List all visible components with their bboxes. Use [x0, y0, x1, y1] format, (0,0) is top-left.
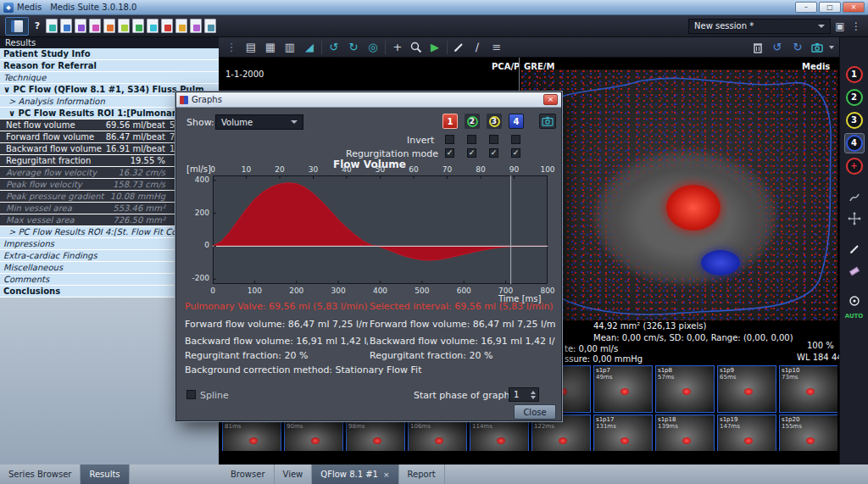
pan-icon[interactable]: +: [390, 42, 405, 53]
flow-volume-chart[interactable]: Flow Volume [ml/s] Time [ms] 01020304050…: [183, 159, 556, 301]
report-document-icon[interactable]: [147, 19, 159, 33]
graph-roi-1-button[interactable]: 1: [442, 114, 458, 129]
tab-report[interactable]: Report: [399, 465, 445, 484]
thumb-time: 65ms: [720, 374, 736, 381]
camera-icon[interactable]: [810, 41, 824, 54]
roi-1-button[interactable]: 1: [846, 66, 863, 83]
minimize-button[interactable]: –: [795, 2, 817, 13]
report-document-icon[interactable]: [132, 19, 144, 33]
phase-thumbnail[interactable]: s1p17131ms: [593, 414, 653, 451]
maximize-button[interactable]: □: [819, 2, 841, 13]
roi-2-button[interactable]: 2: [846, 89, 863, 106]
results-chapter[interactable]: Technique: [0, 72, 219, 83]
report-document-icon[interactable]: [75, 19, 86, 33]
pencil-icon[interactable]: [848, 242, 861, 256]
report-document-icon[interactable]: [46, 19, 58, 33]
layout-compare-icon[interactable]: ▥: [282, 42, 298, 53]
close-button[interactable]: ×: [843, 2, 865, 13]
stack-icon[interactable]: ≡: [489, 42, 504, 53]
invert-checkbox-4[interactable]: [511, 135, 520, 144]
rotate-right-icon[interactable]: ↻: [346, 42, 361, 53]
pencil-icon[interactable]: [452, 41, 465, 54]
regurgitation-checkbox-3[interactable]: ✓: [489, 148, 498, 158]
regurgitation-checkbox-1[interactable]: ✓: [445, 148, 454, 158]
layout-grid-icon[interactable]: ▦: [263, 42, 278, 53]
contour-tool-icon[interactable]: [848, 191, 861, 204]
graph-roi-3-button[interactable]: 3: [487, 114, 502, 129]
sync-icon[interactable]: ◎: [365, 42, 381, 53]
report-document-icon[interactable]: [175, 19, 187, 33]
results-chapter[interactable]: Reason for Referral: [0, 60, 219, 71]
tab-series-browser[interactable]: Series Browser: [0, 465, 81, 484]
session-button[interactable]: [5, 17, 29, 36]
regurgitation-checkbox-2[interactable]: ✓: [467, 148, 476, 158]
mri-image[interactable]: [520, 70, 837, 320]
report-document-icon[interactable]: [103, 19, 115, 33]
line-tool-icon[interactable]: ∕: [470, 42, 485, 53]
study-date-label: 1-1-2000: [225, 70, 264, 79]
invert-checkbox-1[interactable]: [445, 135, 454, 144]
tab-qflow[interactable]: QFlow 8.1 #1 ×: [312, 465, 398, 484]
trash-icon[interactable]: [751, 41, 765, 54]
tab-browser[interactable]: Browser: [222, 465, 275, 484]
results-chapter[interactable]: Patient Study Info: [0, 48, 219, 59]
cine-play-icon[interactable]: ▶: [427, 42, 442, 53]
show-combo[interactable]: Volume: [215, 114, 303, 130]
redo-icon[interactable]: ↻: [790, 42, 805, 53]
thumb-time: 131ms: [596, 423, 616, 430]
transform-tool-icon[interactable]: [848, 212, 861, 225]
axis-tick-label: 80: [472, 165, 489, 174]
invert-checkbox-2[interactable]: [467, 135, 476, 144]
graphs-dialog-titlebar[interactable]: Graphs ×: [176, 92, 561, 108]
backward-flow-result: Backward flow volume: 16,91 ml 1,42 l/: [185, 336, 368, 347]
auto-contour-icon[interactable]: [848, 294, 861, 308]
undo-icon[interactable]: ↺: [770, 42, 785, 53]
report-document-icon[interactable]: [60, 19, 72, 33]
phase-thumbnail[interactable]: s1p1073ms: [779, 365, 837, 413]
report-document-icon[interactable]: [190, 19, 202, 33]
report-document-icon[interactable]: [161, 19, 173, 33]
invert-checkbox-3[interactable]: [489, 135, 498, 144]
rotate-left-icon[interactable]: ↺: [326, 42, 342, 53]
phase-thumbnail[interactable]: s1p20155ms: [779, 414, 837, 451]
spinner-up-icon[interactable]: [531, 391, 536, 394]
graph-roi-2-button[interactable]: 2: [465, 114, 480, 129]
dialog-close-button[interactable]: ×: [543, 94, 558, 105]
zoom-icon[interactable]: [409, 41, 423, 54]
graph-icon[interactable]: ◢: [302, 42, 317, 53]
layout-single-icon[interactable]: ▤: [243, 42, 259, 53]
regurgitation-checkbox-4[interactable]: ✓: [511, 148, 520, 158]
tab-results[interactable]: Results: [81, 465, 129, 484]
roi-4-button[interactable]: 4: [846, 135, 863, 152]
grip-icon[interactable]: ⋮: [224, 42, 239, 53]
spline-checkbox[interactable]: [186, 390, 196, 399]
graph-roi-4-button[interactable]: 4: [509, 114, 524, 129]
export-icon[interactable]: ▣: [833, 20, 847, 32]
app-icon: ◆: [3, 3, 14, 13]
add-roi-button[interactable]: +: [846, 158, 863, 175]
axis-tick-label: 200: [183, 209, 209, 217]
phase-thumbnail[interactable]: s1p749ms: [593, 365, 653, 413]
axis-tick-label: 700: [494, 287, 518, 295]
phase-thumbnail[interactable]: s1p19147ms: [717, 414, 776, 451]
report-document-icon[interactable]: [204, 19, 216, 33]
report-document-icon[interactable]: [89, 19, 101, 33]
spinner-down-icon[interactable]: [531, 396, 536, 399]
axis-tick-label: 200: [285, 287, 309, 295]
session-combo[interactable]: New session *: [688, 19, 831, 34]
close-dialog-button[interactable]: Close: [514, 404, 556, 420]
roi-3-button[interactable]: 3: [846, 112, 863, 129]
tab-view[interactable]: View: [275, 465, 313, 484]
tab-close-icon[interactable]: ×: [383, 470, 390, 479]
overflow-menu-icon[interactable]: ⋮: [849, 20, 863, 32]
snapshot-camera-button[interactable]: [539, 114, 556, 129]
report-document-icon[interactable]: [118, 19, 130, 33]
eraser-icon[interactable]: [848, 264, 861, 277]
flow-curve-plot[interactable]: [213, 175, 548, 284]
phase-thumbnail[interactable]: s1p965ms: [717, 365, 776, 413]
help-icon[interactable]: ?: [31, 20, 43, 31]
phase-thumbnail[interactable]: s1p18139ms: [655, 414, 715, 451]
chevron-down-icon[interactable]: [829, 46, 834, 49]
phase-thumbnail[interactable]: s1p857ms: [655, 365, 715, 413]
start-phase-spinner[interactable]: 1: [509, 387, 539, 402]
